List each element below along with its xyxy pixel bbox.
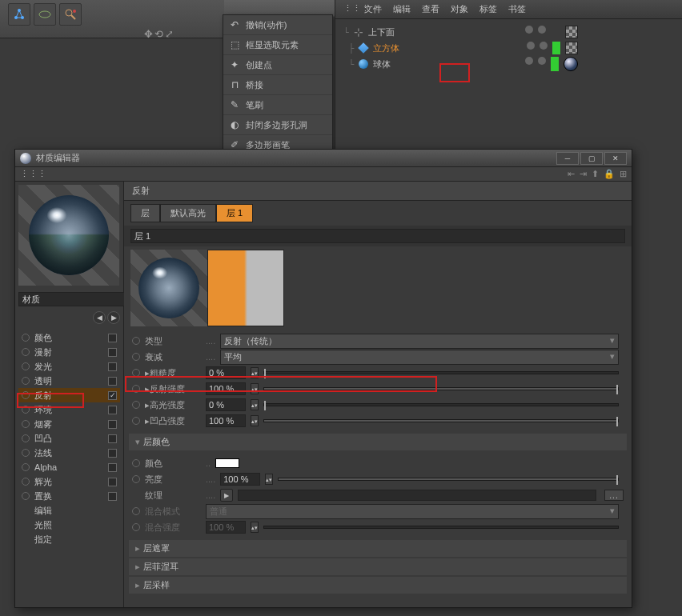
tool-icon-1[interactable] — [8, 3, 30, 26]
pin-icon[interactable]: ⬆ — [592, 169, 599, 179]
nav-icon[interactable]: ⇥ — [580, 169, 587, 179]
param-type[interactable]: 类型....反射（传统） — [129, 333, 627, 349]
channel-fog[interactable]: 烟雾 — [18, 417, 120, 431]
ctx-brush[interactable]: ✎笔刷 — [223, 95, 332, 115]
close-button[interactable]: ✕ — [604, 152, 627, 165]
enable-flag[interactable]: ✓ — [551, 57, 559, 71]
section-fresnel[interactable]: ▸层菲涅耳 — [129, 558, 627, 575]
param-brightness[interactable]: 亮度....▴▾ — [129, 471, 627, 487]
channel-bump[interactable]: 凹凸 — [18, 431, 120, 446]
atten-dropdown[interactable]: 平均 — [220, 350, 619, 365]
vis-flag[interactable] — [540, 42, 548, 50]
enable-flag[interactable]: ✓ — [552, 42, 560, 54]
maximize-button[interactable]: ▢ — [580, 152, 603, 165]
section-mask[interactable]: ▸层遮罩 — [129, 540, 627, 557]
material-preview[interactable] — [18, 185, 119, 286]
channel-illumination[interactable]: 光照 — [18, 518, 120, 532]
layer-tab[interactable]: 层 — [130, 204, 160, 222]
titlebar[interactable]: 材质编辑器 ─ ▢ ✕ — [15, 150, 632, 167]
vis-flag[interactable] — [525, 57, 533, 65]
tool-icon-3[interactable] — [59, 3, 82, 26]
channel-displacement[interactable]: 置换 — [18, 489, 120, 503]
vis-flag[interactable] — [525, 26, 533, 34]
bumpstr-slider[interactable] — [263, 419, 619, 422]
collapse-icon: ▾ — [135, 437, 140, 447]
blendstr-input — [206, 521, 246, 534]
channel-normal[interactable]: 法线 — [18, 446, 120, 460]
menu-file[interactable]: 文件 — [364, 3, 382, 15]
blendstr-slider — [263, 526, 619, 529]
svg-line-5 — [71, 15, 75, 19]
highlight-box — [125, 376, 437, 392]
vis-flag[interactable] — [538, 26, 546, 34]
param-color[interactable]: 颜色.. — [129, 455, 627, 471]
menu-bookmarks[interactable]: 书签 — [508, 3, 526, 15]
layer-preview — [130, 250, 207, 326]
obj-row-null[interactable]: └ ⊹ 上下面 — [340, 24, 677, 40]
spinner[interactable]: ▴▾ — [251, 399, 259, 410]
param-texture[interactable]: 纹理....▶... — [129, 487, 627, 503]
texture-browse[interactable]: ... — [604, 490, 624, 501]
ctx-createpoint[interactable]: ✦创建点 — [223, 55, 332, 75]
ctx-closehole[interactable]: ◐封闭多边形孔洞 — [223, 115, 332, 135]
brightness-input[interactable] — [220, 473, 260, 486]
texture-picker-icon[interactable]: ▶ — [220, 489, 233, 502]
next-arrow-icon[interactable]: ▶ — [107, 311, 120, 324]
material-name-input[interactable] — [18, 292, 137, 306]
nav-icon[interactable]: ⇤ — [568, 169, 575, 179]
channel-diffuse[interactable]: 漫射 — [18, 345, 120, 359]
ctx-frame[interactable]: ⬚框显选取元素 — [223, 35, 332, 55]
vis-flag[interactable] — [527, 42, 535, 50]
new-icon[interactable]: ⊞ — [620, 169, 627, 179]
type-dropdown[interactable]: 反射（传统） — [220, 334, 619, 349]
roughness-slider[interactable] — [263, 371, 619, 374]
material-tag-icon[interactable] — [564, 57, 578, 71]
channel-editor[interactable]: 编辑 — [18, 503, 120, 518]
menu-view[interactable]: 查看 — [422, 3, 439, 15]
param-attenuation[interactable]: 衰减....平均 — [129, 349, 627, 365]
ctx-bridge[interactable]: ⊓桥接 — [223, 75, 332, 95]
layer-color-header[interactable]: ▾层颜色 — [129, 434, 627, 450]
lock-icon[interactable]: 🔒 — [604, 169, 615, 179]
param-blendmode: 混合模式普通 — [129, 503, 627, 519]
specstr-slider[interactable] — [263, 403, 619, 406]
menu-edit[interactable]: 编辑 — [393, 3, 411, 15]
menu-tags[interactable]: 标签 — [479, 3, 497, 15]
texture-field[interactable] — [238, 490, 596, 501]
param-specular-strength[interactable]: ▸高光强度▴▾ — [129, 397, 627, 413]
spinner[interactable]: ▴▾ — [251, 415, 259, 426]
collapse-icon: ▸ — [135, 543, 140, 554]
channel-luminance[interactable]: 发光 — [18, 359, 120, 374]
highlight-box — [17, 393, 84, 408]
texture-tag-icon[interactable] — [565, 26, 578, 38]
layer-name-input[interactable] — [130, 229, 625, 243]
layer-tab-active[interactable]: 层 1 — [216, 204, 253, 222]
collapse-icon: ▸ — [135, 580, 140, 590]
menu-object[interactable]: 对象 — [451, 3, 468, 15]
bumpstr-input[interactable] — [206, 414, 246, 427]
ctx-label: 创建点 — [246, 59, 272, 71]
layer-tab[interactable]: 默认高光 — [160, 204, 216, 222]
section-sampling[interactable]: ▸层采样 — [129, 577, 627, 594]
channel-assignment[interactable]: 指定 — [18, 532, 120, 546]
color-swatch[interactable] — [215, 458, 239, 468]
param-bump-strength[interactable]: ▸凹凸强度▴▾ — [129, 413, 627, 429]
tool-icon-2[interactable] — [34, 3, 56, 26]
obj-row-cube[interactable]: ├ 立方体 ✓ — [340, 40, 677, 56]
channel-alpha[interactable]: Alpha — [18, 460, 120, 474]
channel-transparency[interactable]: 透明 — [18, 374, 120, 388]
ctx-undo[interactable]: ↶撤销(动作) — [223, 15, 332, 35]
ctx-label: 笔刷 — [246, 99, 263, 111]
closehole-icon: ◐ — [228, 118, 241, 131]
channel-glow[interactable]: 辉光 — [18, 474, 120, 489]
channel-color[interactable]: 颜色 — [18, 330, 120, 345]
obj-row-sphere[interactable]: └ 球体 ✓ — [340, 56, 677, 72]
specstr-input[interactable] — [206, 398, 246, 411]
minimize-button[interactable]: ─ — [556, 152, 579, 165]
vis-flag[interactable] — [538, 57, 546, 65]
brightness-slider[interactable] — [278, 478, 619, 481]
texture-tag-icon[interactable] — [565, 42, 578, 54]
spinner[interactable]: ▴▾ — [265, 474, 273, 485]
prev-arrow-icon[interactable]: ◀ — [93, 311, 106, 324]
transform-icons: ✥⟲⤢ — [144, 28, 174, 40]
